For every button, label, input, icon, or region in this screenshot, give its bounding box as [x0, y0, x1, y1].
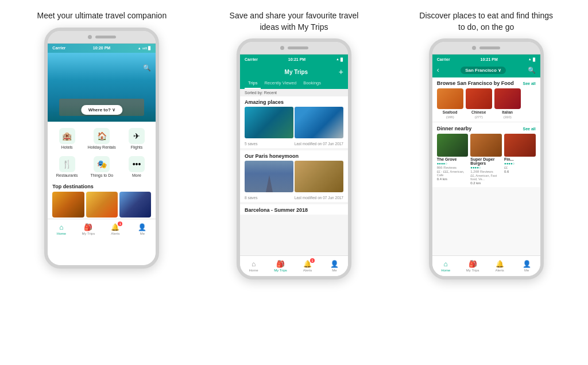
me-nav-icon-2: 👤 — [330, 260, 339, 268]
bottom-nav-2: ⌂ Home 🎒 My Trips 🔔 Alerts 👤 Me — [240, 255, 348, 276]
category-restaurants[interactable]: 🍴 Restaurants — [50, 153, 84, 180]
nav-home-3[interactable]: ⌂ Home — [432, 260, 459, 272]
trip-paris-honeymoon[interactable]: Our Paris honeymoon 8 saves Last modifie… — [240, 150, 348, 202]
food-cat-seafood[interactable]: Seafood (166) — [437, 88, 463, 119]
restaurants-icon: 🍴 — [59, 156, 75, 172]
nav-me-2[interactable]: 👤 Me — [321, 260, 348, 272]
trip-meta-2: 8 saves Last modified on 07 Jun 2017 — [240, 195, 348, 202]
superduper-tags: ££, American, Fast food, Ve... — [470, 174, 502, 181]
location-selector[interactable]: San Francisco ∨ — [461, 67, 506, 74]
carrier-1: Carrier — [52, 46, 65, 50]
tab-bookings[interactable]: Bookings — [300, 79, 324, 89]
signal-icon-3: ▲ — [528, 57, 532, 61]
italian-count: (310) — [504, 115, 512, 119]
fin-image — [504, 134, 536, 157]
trip-barcelona[interactable]: Barcelona - Summer 2018 — [240, 204, 348, 215]
nav-alerts-3[interactable]: 🔔 Alerts — [486, 260, 513, 272]
me-nav-label-2: Me — [332, 269, 336, 272]
phone-screen-1: Carrier 10:20 PM ▲ wifi ▉ 🔍 Where to? ∨ — [48, 44, 156, 265]
grove-distance: 0.4 km — [437, 177, 469, 181]
trip-modified-2: Last modified on 07 Jun 2017 — [295, 196, 343, 200]
phone-screen-2: Carrier 10:21 PM ▲ ▉ My Trips + Tri — [240, 55, 348, 276]
destination-image-1[interactable] — [52, 192, 84, 218]
mytrips-nav-icon-3: 🎒 — [469, 260, 477, 268]
trip-amazing-places[interactable]: Amazing places 5 saves Last modified on … — [240, 96, 348, 148]
see-all-dinner[interactable]: See all — [523, 127, 535, 131]
bottom-nav-1: ⌂ Home 🎒 My Trips 🔔 Alerts 👤 Me — [48, 219, 156, 239]
restaurant-fin[interactable]: Fin... ●●●●○ ££ 0.6 — [504, 134, 536, 185]
top-destinations: Top destinations — [48, 181, 156, 219]
destination-image-2[interactable] — [86, 192, 118, 218]
nav-me-1[interactable]: 👤 Me — [129, 223, 156, 235]
back-button[interactable]: ‹ — [437, 66, 439, 74]
nav-mytrips-2[interactable]: 🎒 My Trips — [267, 260, 294, 272]
nav-mytrips-1[interactable]: 🎒 My Trips — [75, 223, 102, 235]
category-hotels[interactable]: 🏨 Hotels — [50, 125, 84, 152]
home-nav-label-3: Home — [441, 269, 450, 272]
hotels-label: Hotels — [61, 145, 73, 149]
restaurant-superduper[interactable]: Super Duper Burgers ●●●●○ 1,268 Reviews … — [470, 134, 502, 185]
nav-alerts-2[interactable]: 🔔 Alerts — [294, 260, 321, 272]
phone2-tabs: Trips Recently Viewed Bookings — [245, 79, 343, 89]
search-button[interactable]: 🔍 — [528, 67, 536, 74]
phone3-header: ‹ San Francisco ∨ 🔍 — [432, 64, 540, 77]
where-to-search[interactable]: Where to? ∨ — [82, 105, 122, 115]
trip-saves-2: 8 saves — [245, 196, 257, 200]
flights-label: Flights — [131, 145, 143, 149]
phone-section-1: Meet your ultimate travel companion Carr… — [6, 10, 198, 359]
trip-title-1: Amazing places — [240, 96, 348, 107]
wifi-icon: wifi — [142, 46, 148, 50]
sorted-by: Sorted by: Recent — [240, 89, 348, 96]
phone-speaker-3 — [479, 46, 500, 49]
category-things-to-do[interactable]: 🎭 Things to Do — [85, 153, 119, 180]
chinese-image — [466, 88, 492, 109]
chinese-count: (277) — [475, 115, 483, 119]
signal-icon-2: ▲ — [336, 57, 339, 61]
battery-1: ▲ wifi ▉ — [138, 46, 152, 50]
nav-home-1[interactable]: ⌂ Home — [48, 223, 75, 235]
carrier-2: Carrier — [245, 57, 258, 61]
add-trip-button[interactable]: + — [339, 67, 343, 76]
restaurant-grove[interactable]: The Grove ●●●●○ 866 Reviews ££ - £££, Am… — [437, 134, 469, 185]
categories-grid: 🏨 Hotels 🏠 Holiday Rentals ✈ Flights 🍴 R… — [48, 122, 156, 181]
trip-saves-1: 5 saves — [245, 142, 257, 146]
seafood-label: Seafood — [443, 110, 458, 114]
hotels-icon: 🏨 — [59, 128, 75, 144]
mytrips-nav-icon: 🎒 — [84, 223, 92, 231]
category-holiday-rentals[interactable]: 🏠 Holiday Rentals — [85, 125, 119, 152]
category-more[interactable]: ••• More — [120, 153, 154, 180]
see-all-food[interactable]: See all — [523, 81, 535, 86]
phone-screen-3: Carrier 10:21 PM ▲ ▉ ‹ San Francisco ∨ 🔍 — [432, 55, 540, 276]
page-container: Meet your ultimate travel companion Carr… — [0, 0, 588, 365]
phone3-header-row: ‹ San Francisco ∨ 🔍 — [437, 65, 536, 75]
nav-me-3[interactable]: 👤 Me — [513, 260, 540, 272]
restaurants-label: Restaurants — [56, 173, 78, 177]
phone3-content: Browse San Francisco by Food See all Sea… — [432, 77, 540, 255]
trip-images-1 — [240, 107, 348, 141]
holiday-rentals-icon: 🏠 — [94, 128, 110, 144]
destination-image-3[interactable] — [119, 192, 151, 218]
tab-recently-viewed[interactable]: Recently Viewed — [261, 79, 300, 89]
nav-home-2[interactable]: ⌂ Home — [240, 260, 267, 272]
dinner-section-header: Dinner nearby See all — [437, 126, 536, 131]
superduper-stars: ●●●●○ — [470, 166, 502, 169]
caption-1: Meet your ultimate travel companion — [37, 10, 167, 22]
battery-icon-3: ▉ — [533, 57, 536, 61]
nav-mytrips-3[interactable]: 🎒 My Trips — [459, 260, 486, 272]
search-icon[interactable]: 🔍 — [143, 64, 151, 72]
battery-icon-2: ▉ — [341, 57, 343, 61]
food-cat-chinese[interactable]: Chinese (277) — [466, 88, 492, 119]
time-3: 10:21 PM — [481, 57, 498, 61]
food-categories: Seafood (166) Chinese (277) Italian — [437, 88, 536, 119]
alerts-nav-icon: 🔔 — [111, 223, 119, 231]
phone-section-3: Discover places to eat and find things t… — [390, 10, 582, 359]
category-flights[interactable]: ✈ Flights — [120, 125, 154, 152]
food-cat-italian[interactable]: Italian (310) — [494, 88, 521, 119]
superduper-name: Super Duper Burgers — [470, 157, 502, 165]
nav-alerts-1[interactable]: 🔔 Alerts — [102, 223, 129, 235]
tab-trips[interactable]: Trips — [245, 79, 261, 89]
phone-section-2: Save and share your favourite travel ide… — [198, 10, 390, 359]
chinese-label: Chinese — [471, 110, 486, 114]
home-nav-icon-2: ⌂ — [252, 260, 256, 268]
phone-top-bar-2 — [240, 42, 348, 55]
